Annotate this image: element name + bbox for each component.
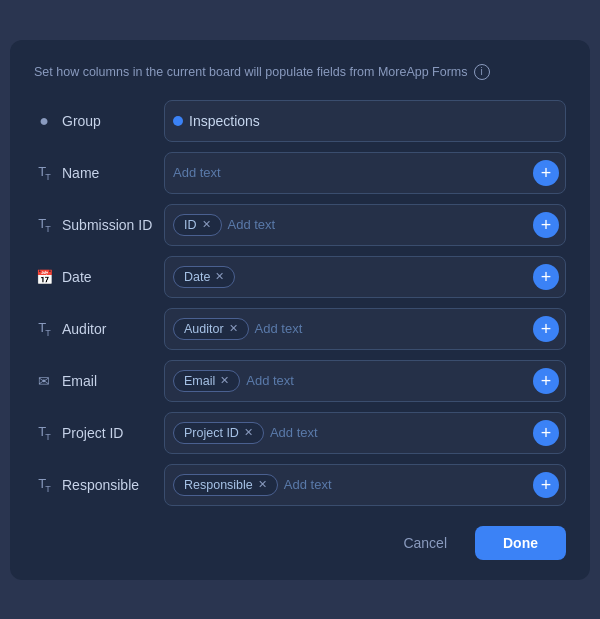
calendar-icon: 📅 xyxy=(34,269,54,285)
add-text-email: Add text xyxy=(246,373,294,388)
plus-button-responsible[interactable]: + xyxy=(533,472,559,498)
group-value: Inspections xyxy=(189,113,260,129)
field-group[interactable]: Inspections xyxy=(164,100,566,142)
group-icon: ● xyxy=(34,112,54,130)
tag-responsible: Responsible ✕ xyxy=(173,474,278,496)
row-label-project-id: TT Project ID xyxy=(34,424,164,442)
text-icon-name: TT xyxy=(34,164,54,182)
tag-date-close[interactable]: ✕ xyxy=(215,270,224,283)
row-label-name: TT Name xyxy=(34,164,164,182)
tag-auditor-label: Auditor xyxy=(184,322,224,336)
row-project-id: TT Project ID Project ID ✕ Add text + xyxy=(34,412,566,454)
tag-id: ID ✕ xyxy=(173,214,222,236)
tag-email-label: Email xyxy=(184,374,215,388)
row-label-group: ● Group xyxy=(34,112,164,130)
row-group: ● Group Inspections xyxy=(34,100,566,142)
field-date[interactable]: Date ✕ + xyxy=(164,256,566,298)
add-text-project-id: Add text xyxy=(270,425,318,440)
plus-button-email[interactable]: + xyxy=(533,368,559,394)
label-name: Name xyxy=(62,165,99,181)
tag-date-label: Date xyxy=(184,270,210,284)
tag-email: Email ✕ xyxy=(173,370,240,392)
plus-button-name[interactable]: + xyxy=(533,160,559,186)
field-name[interactable]: Add text + xyxy=(164,152,566,194)
dialog: Set how columns in the current board wil… xyxy=(10,40,590,580)
row-label-date: 📅 Date xyxy=(34,269,164,285)
text-icon-submission: TT xyxy=(34,216,54,234)
header-text: Set how columns in the current board wil… xyxy=(34,65,468,79)
add-text-responsible: Add text xyxy=(284,477,332,492)
row-responsible: TT Responsible Responsible ✕ Add text + xyxy=(34,464,566,506)
plus-button-project-id[interactable]: + xyxy=(533,420,559,446)
tag-project-id-close[interactable]: ✕ xyxy=(244,426,253,439)
field-project-id[interactable]: Project ID ✕ Add text + xyxy=(164,412,566,454)
label-responsible: Responsible xyxy=(62,477,139,493)
tag-responsible-close[interactable]: ✕ xyxy=(258,478,267,491)
label-date: Date xyxy=(62,269,92,285)
dialog-footer: Cancel Done xyxy=(34,526,566,560)
tag-date: Date ✕ xyxy=(173,266,235,288)
plus-button-date[interactable]: + xyxy=(533,264,559,290)
info-icon[interactable]: i xyxy=(474,64,490,80)
row-email: ✉ Email Email ✕ Add text + xyxy=(34,360,566,402)
tag-email-close[interactable]: ✕ xyxy=(220,374,229,387)
text-icon-auditor: TT xyxy=(34,320,54,338)
row-label-responsible: TT Responsible xyxy=(34,476,164,494)
add-text-auditor: Add text xyxy=(255,321,303,336)
done-button[interactable]: Done xyxy=(475,526,566,560)
cancel-button[interactable]: Cancel xyxy=(387,527,463,559)
plus-button-auditor[interactable]: + xyxy=(533,316,559,342)
plus-button-submission-id[interactable]: + xyxy=(533,212,559,238)
text-icon-responsible: TT xyxy=(34,476,54,494)
field-auditor[interactable]: Auditor ✕ Add text + xyxy=(164,308,566,350)
field-email[interactable]: Email ✕ Add text + xyxy=(164,360,566,402)
field-responsible[interactable]: Responsible ✕ Add text + xyxy=(164,464,566,506)
row-auditor: TT Auditor Auditor ✕ Add text + xyxy=(34,308,566,350)
row-date: 📅 Date Date ✕ + xyxy=(34,256,566,298)
row-submission-id: TT Submission ID ID ✕ Add text + xyxy=(34,204,566,246)
row-label-submission-id: TT Submission ID xyxy=(34,216,164,234)
tag-auditor: Auditor ✕ xyxy=(173,318,249,340)
field-submission-id[interactable]: ID ✕ Add text + xyxy=(164,204,566,246)
row-label-email: ✉ Email xyxy=(34,373,164,389)
row-name: TT Name Add text + xyxy=(34,152,566,194)
tag-responsible-label: Responsible xyxy=(184,478,253,492)
add-text-name: Add text xyxy=(173,165,221,180)
tag-project-id-label: Project ID xyxy=(184,426,239,440)
label-email: Email xyxy=(62,373,97,389)
tag-id-close[interactable]: ✕ xyxy=(202,218,211,231)
tag-project-id: Project ID ✕ xyxy=(173,422,264,444)
label-group: Group xyxy=(62,113,101,129)
row-label-auditor: TT Auditor xyxy=(34,320,164,338)
tag-id-label: ID xyxy=(184,218,197,232)
label-submission-id: Submission ID xyxy=(62,217,152,233)
group-dot xyxy=(173,116,183,126)
text-icon-project-id: TT xyxy=(34,424,54,442)
label-auditor: Auditor xyxy=(62,321,106,337)
add-text-submission-id: Add text xyxy=(228,217,276,232)
header-description: Set how columns in the current board wil… xyxy=(34,64,566,80)
mail-icon: ✉ xyxy=(34,373,54,389)
label-project-id: Project ID xyxy=(62,425,123,441)
tag-auditor-close[interactable]: ✕ xyxy=(229,322,238,335)
